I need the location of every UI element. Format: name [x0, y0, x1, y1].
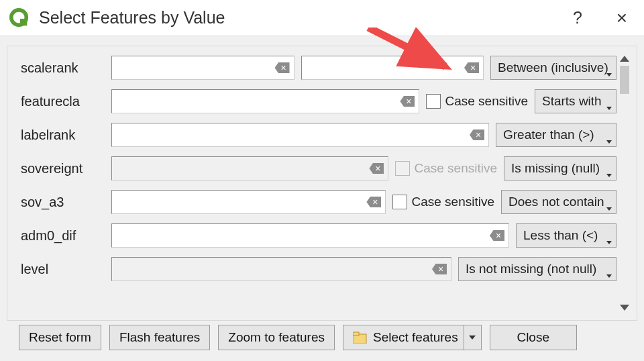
checkbox-label: Case sensitive: [414, 161, 497, 176]
featurecla-input[interactable]: [111, 89, 419, 113]
clear-icon: [432, 264, 447, 274]
level-operator-button[interactable]: Is not missing (not null): [458, 257, 616, 281]
clear-icon[interactable]: [490, 230, 504, 241]
field-label: labelrank: [21, 127, 111, 143]
level-input: [111, 257, 451, 281]
row-scalerank: scalerank Between (inclusive): [21, 54, 616, 81]
sovereignt-case-sensitive-checkbox: Case sensitive: [395, 161, 497, 176]
operator-label: Between (inclusive): [498, 60, 608, 75]
sov-a3-case-sensitive-checkbox[interactable]: Case sensitive: [392, 195, 494, 209]
window-title: Select Features by Value: [39, 8, 555, 28]
row-sov-a3: sov_a3 Case sensitive Does not contain: [21, 189, 616, 215]
titlebar: Select Features by Value ? ×: [0, 0, 644, 36]
dialog-footer: Reset form Flash features Zoom to featur…: [0, 321, 644, 361]
clear-icon[interactable]: [470, 130, 484, 140]
clear-icon[interactable]: [464, 62, 479, 73]
field-label: level: [21, 262, 111, 277]
button-label: Zoom to features: [228, 330, 325, 345]
dialog-select-features-by-value: Select Features by Value ? × scalerank B…: [0, 0, 644, 361]
clear-icon: [369, 163, 384, 174]
scroll-up-icon[interactable]: [620, 56, 629, 62]
close-button[interactable]: Close: [490, 325, 577, 350]
scalerank-min-input[interactable]: [111, 56, 294, 80]
labelrank-operator-button[interactable]: Greater than (>): [496, 123, 616, 147]
field-label: sov_a3: [21, 195, 111, 210]
sovereignt-input: [111, 156, 388, 180]
operator-label: Starts with: [542, 94, 602, 109]
operator-label: Is not missing (not null): [466, 262, 596, 276]
clear-icon[interactable]: [275, 62, 290, 73]
adm0-dif-operator-button[interactable]: Less than (<): [516, 223, 616, 248]
field-label: scalerank: [21, 60, 111, 76]
form-area: scalerank Between (inclusive) featurecla…: [7, 46, 637, 321]
button-label: Flash features: [119, 330, 200, 345]
checkbox-label: Case sensitive: [411, 195, 494, 209]
operator-label: Less than (<): [523, 228, 598, 243]
scroll-thumb[interactable]: [620, 66, 629, 94]
help-button[interactable]: ?: [555, 8, 600, 28]
row-featurecla: featurecla Case sensitive Starts with: [21, 88, 616, 115]
svg-rect-4: [353, 332, 359, 336]
field-rows: scalerank Between (inclusive) featurecla…: [21, 54, 616, 312]
row-level: level Is not missing (not null): [21, 256, 616, 282]
reset-form-button[interactable]: Reset form: [19, 325, 101, 350]
operator-label: Does not contain: [508, 195, 604, 209]
button-label: Close: [517, 330, 549, 345]
row-labelrank: labelrank Greater than (>): [21, 121, 616, 148]
operator-label: Is missing (null): [511, 161, 600, 176]
featurecla-case-sensitive-checkbox[interactable]: Case sensitive: [426, 94, 528, 109]
adm0-dif-input[interactable]: [111, 223, 509, 248]
select-icon: [353, 331, 368, 344]
close-window-button[interactable]: ×: [600, 7, 644, 29]
labelrank-input[interactable]: [111, 123, 489, 147]
field-label: featurecla: [21, 94, 111, 109]
button-label: Select features: [373, 330, 458, 345]
select-features-dropdown[interactable]: [464, 325, 481, 350]
sov-a3-input[interactable]: [111, 190, 386, 214]
featurecla-operator-button[interactable]: Starts with: [535, 89, 616, 113]
clear-icon[interactable]: [400, 96, 415, 107]
checkbox-label: Case sensitive: [445, 94, 528, 109]
flash-features-button[interactable]: Flash features: [109, 325, 210, 350]
button-label: Reset form: [29, 330, 91, 345]
qgis-logo-icon: [9, 8, 30, 28]
scalerank-max-input[interactable]: [301, 56, 484, 80]
sov-a3-operator-button[interactable]: Does not contain: [501, 190, 616, 214]
select-features-button[interactable]: Select features: [343, 325, 482, 350]
field-label: adm0_dif: [21, 228, 111, 244]
clear-icon[interactable]: [366, 197, 381, 207]
row-sovereignt: sovereignt Case sensitive Is missing (nu…: [21, 155, 616, 182]
operator-label: Greater than (>): [503, 127, 594, 142]
scalerank-operator-button[interactable]: Between (inclusive): [490, 56, 616, 80]
vertical-scrollbar[interactable]: [616, 54, 633, 312]
zoom-to-features-button[interactable]: Zoom to features: [218, 325, 335, 350]
row-adm0-dif: adm0_dif Less than (<): [21, 222, 616, 249]
svg-rect-1: [20, 18, 27, 25]
field-label: sovereignt: [21, 161, 111, 176]
scroll-down-icon[interactable]: [620, 305, 629, 311]
sovereignt-operator-button[interactable]: Is missing (null): [504, 156, 616, 180]
